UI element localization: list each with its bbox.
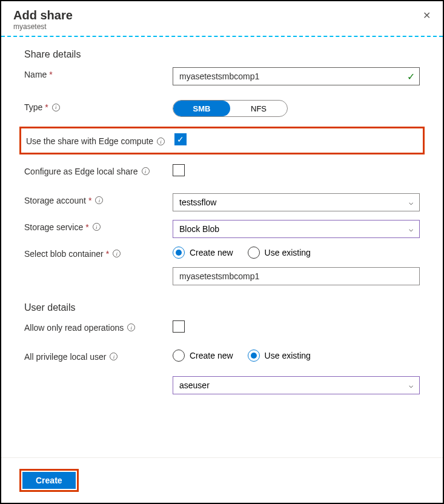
blob-create-new-option[interactable]: Create new [173,247,233,259]
blob-container-radio-group: Create new Use existing [173,247,420,259]
type-toggle[interactable]: SMB NFS [173,100,288,117]
radio-label: Use existing [265,248,311,257]
local-share-checkbox[interactable] [173,164,185,176]
panel-subtitle: myasetest [13,22,73,31]
storage-service-select[interactable]: Block Blob ⌵ [173,220,420,238]
name-label: Name [24,70,47,79]
radio-label: Create new [190,248,233,257]
radio-icon [248,350,260,362]
required-indicator: * [49,70,52,79]
share-details-heading: Share details [24,49,420,60]
edge-compute-checkbox[interactable]: ✓ [174,133,187,145]
chevron-down-icon: ⌵ [409,198,413,207]
radio-icon [173,350,185,362]
blob-use-existing-option[interactable]: Use existing [248,247,311,259]
info-icon[interactable]: i [52,104,60,111]
info-icon[interactable]: i [157,138,165,145]
privilege-user-label: All privilege local user [24,352,106,362]
info-icon[interactable]: i [95,196,103,204]
edge-compute-label: Use the share with Edge compute [26,136,153,148]
required-indicator: * [88,196,91,205]
panel-title: Add share [13,8,73,22]
info-icon[interactable]: i [110,353,118,360]
info-icon[interactable]: i [113,250,121,257]
info-icon[interactable]: i [142,167,150,175]
highlight-create: Create [19,469,79,492]
highlight-edge-compute: Use the share with Edge compute i ✓ [19,127,425,154]
radio-icon [173,247,185,259]
type-label: Type [24,102,42,112]
user-value: aseuser [179,380,210,390]
user-radio-group: Create new Use existing [173,350,420,362]
required-indicator: * [106,249,109,259]
info-icon[interactable]: i [93,223,101,231]
name-input[interactable] [173,67,420,85]
radio-icon [248,247,260,259]
create-button[interactable]: Create [22,472,76,489]
storage-service-value: Block Blob [179,224,219,234]
storage-account-select[interactable]: testssflow ⌵ [173,193,420,211]
storage-account-label: Storage account [24,196,86,205]
required-indicator: * [45,102,48,112]
chevron-down-icon: ⌵ [409,225,413,233]
user-use-existing-option[interactable]: Use existing [248,350,311,362]
user-details-heading: User details [24,302,420,313]
storage-account-value: testssflow [179,197,216,207]
chevron-down-icon: ⌵ [409,381,413,390]
blob-container-label: Select blob container [24,249,104,259]
read-only-label: Allow only read operations [24,323,124,333]
blob-container-name-input[interactable] [173,267,420,285]
user-create-new-option[interactable]: Create new [173,350,233,362]
radio-label: Use existing [265,351,311,360]
type-nfs-option[interactable]: NFS [230,101,287,116]
user-select[interactable]: aseuser ⌵ [173,376,420,394]
info-icon[interactable]: i [127,323,135,331]
required-indicator: * [85,222,88,232]
read-only-checkbox[interactable] [173,320,185,333]
type-smb-option[interactable]: SMB [173,101,230,116]
close-icon[interactable]: ✕ [423,10,431,21]
storage-service-label: Storage service [24,222,83,232]
radio-label: Create new [190,351,233,360]
check-icon: ✓ [407,71,415,82]
local-share-label: Configure as Edge local share [24,167,138,176]
